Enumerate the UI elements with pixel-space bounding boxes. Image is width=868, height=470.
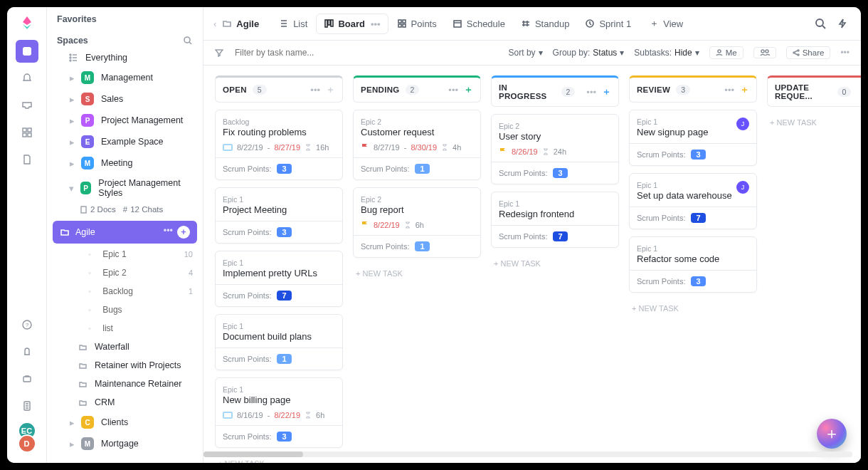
- share-button[interactable]: Share: [786, 46, 831, 59]
- docs-pill[interactable]: 2 Docs: [80, 205, 116, 214]
- task-card[interactable]: Epic 1 New billing page 8/16/19-8/22/196…: [215, 377, 343, 448]
- rail-help-icon[interactable]: ?: [16, 313, 38, 336]
- new-task-button[interactable]: + NEW TASK: [353, 265, 481, 282]
- lane-count: 0: [837, 87, 852, 97]
- folder-item[interactable]: Waterfall: [47, 338, 203, 356]
- chats-pill[interactable]: #12 Chats: [123, 205, 163, 214]
- filter-icon[interactable]: [215, 48, 223, 57]
- list-item[interactable]: ◦ Backlog 1: [47, 282, 203, 301]
- more-icon[interactable]: •••: [586, 87, 596, 98]
- fab-new-task[interactable]: ＋: [817, 419, 847, 449]
- assignee-avatar[interactable]: J: [736, 181, 749, 194]
- add-space[interactable]: ＋ Add Space: [47, 454, 203, 463]
- rail-avatars[interactable]: EC D: [18, 422, 36, 453]
- add-card-icon[interactable]: ＋: [464, 83, 473, 96]
- search-icon[interactable]: [811, 14, 830, 33]
- add-card-icon[interactable]: ＋: [740, 83, 749, 96]
- avatar[interactable]: D: [18, 434, 36, 453]
- rail-tasks-icon[interactable]: [16, 40, 38, 63]
- me-filter[interactable]: Me: [709, 46, 743, 59]
- group-by[interactable]: Group by: Status ▾: [553, 48, 625, 58]
- space-item[interactable]: ▸ C Clients: [47, 412, 203, 433]
- collapse-sidebar-icon[interactable]: ‹: [213, 19, 216, 29]
- more-icon[interactable]: •••: [840, 48, 850, 58]
- rail-inbox-icon[interactable]: [16, 94, 38, 117]
- folder-item[interactable]: Retainer with Projects: [47, 356, 203, 375]
- view-tab-list[interactable]: List: [272, 14, 314, 33]
- lane-header[interactable]: OPEN 5 ••• ＋: [215, 75, 343, 103]
- space-item[interactable]: ▸ M Meeting: [47, 152, 203, 174]
- scrum-points-badge: 1: [277, 354, 291, 364]
- view-tab-standup[interactable]: Standup: [514, 14, 576, 33]
- list-item[interactable]: ◦ list: [47, 319, 203, 338]
- more-icon[interactable]: •••: [310, 85, 320, 95]
- breadcrumb[interactable]: Agile: [222, 19, 259, 29]
- lane-open: OPEN 5 ••• ＋ Backlog Fix routing problem…: [215, 75, 343, 463]
- task-card[interactable]: Epic 2 Customer request 8/27/19-8/30/194…: [353, 110, 481, 180]
- list-item[interactable]: ◦ Epic 1 10: [47, 245, 203, 263]
- space-pms[interactable]: ▾ P Project Management Styles: [47, 174, 203, 202]
- bolt-icon[interactable]: [834, 15, 851, 32]
- subtasks-toggle[interactable]: Subtasks: Hide ▾: [634, 48, 699, 58]
- list-item[interactable]: ◦ Bugs: [47, 301, 203, 319]
- sort-by[interactable]: Sort by ▾: [509, 48, 543, 58]
- view-tab-schedule[interactable]: Schedule: [445, 14, 512, 33]
- task-card[interactable]: Epic 1 Document build plans Scrum Points…: [215, 314, 343, 370]
- rail-dashboards-icon[interactable]: [16, 121, 38, 144]
- task-card[interactable]: Epic 1 Implement pretty URLs Scrum Point…: [215, 251, 343, 307]
- rail-notepad-icon[interactable]: [16, 395, 38, 417]
- add-view[interactable]: ＋ View: [642, 13, 690, 34]
- new-task-button[interactable]: + NEW TASK: [767, 114, 861, 131]
- space-item[interactable]: ▸ P Project Management: [47, 110, 203, 131]
- lane-header[interactable]: IN PROGRESS 2 ••• ＋: [491, 75, 619, 107]
- task-card[interactable]: Epic 2 Bug report 8/22/196h Scrum Points…: [353, 187, 481, 258]
- app-logo[interactable]: [17, 13, 37, 33]
- assignee-filter[interactable]: [753, 47, 776, 58]
- task-card[interactable]: Epic 1 New signup page J Scrum Points: 3: [629, 110, 757, 166]
- lane-header[interactable]: UPDATE REQUE... 0 ••• ＋: [767, 75, 861, 107]
- folder-item[interactable]: Maintenance Retainer: [47, 375, 203, 393]
- task-card[interactable]: Epic 1 Refactor some code Scrum Points: …: [629, 236, 757, 293]
- task-card[interactable]: Backlog Fix routing problems 8/22/19-8/2…: [215, 110, 343, 180]
- lane-review: REVIEW 3 ••• ＋ Epic 1 New signup page J: [629, 75, 757, 463]
- task-card[interactable]: Epic 1 Project Meeting Scrum Points: 3: [215, 187, 343, 244]
- rail-work-icon[interactable]: [16, 367, 38, 390]
- view-tab-sprint 1[interactable]: Sprint 1: [578, 14, 638, 33]
- filter-input[interactable]: [233, 47, 347, 58]
- more-icon[interactable]: •••: [164, 226, 173, 239]
- folder-item[interactable]: CRM: [47, 393, 203, 412]
- horizontal-scrollbar[interactable]: [203, 451, 852, 457]
- lane-header[interactable]: PENDING 2 ••• ＋: [353, 75, 481, 103]
- assignee-avatar[interactable]: J: [736, 118, 749, 130]
- space-item[interactable]: ▸ S Sales: [47, 88, 203, 110]
- rail-docs-icon[interactable]: [16, 148, 38, 171]
- view-tab-board[interactable]: Board •••: [316, 14, 388, 34]
- lane-name: OPEN: [223, 85, 247, 94]
- new-task-button[interactable]: + NEW TASK: [629, 300, 757, 317]
- list-item[interactable]: ◦ Epic 2 4: [47, 263, 203, 282]
- space-item[interactable]: ▸ M Management: [47, 67, 203, 88]
- space-item[interactable]: ▸ E Example Space: [47, 131, 203, 152]
- task-card[interactable]: Epic 1 Set up data warehouse J Scrum Poi…: [629, 173, 757, 229]
- scrum-points-row: Scrum Points: 7: [492, 225, 618, 241]
- task-card[interactable]: Epic 1 Redesign frontend Scrum Points: 7: [491, 192, 619, 248]
- active-list-agile[interactable]: Agile ••• +: [53, 221, 197, 244]
- add-card-icon[interactable]: ＋: [602, 85, 611, 98]
- new-task-button[interactable]: + NEW TASK: [491, 255, 619, 272]
- more-icon[interactable]: •••: [448, 85, 458, 95]
- more-icon[interactable]: •••: [724, 85, 734, 95]
- space-item[interactable]: ▸ M Mortgage: [47, 433, 203, 454]
- view-tab-points[interactable]: Points: [390, 14, 444, 33]
- more-icon[interactable]: •••: [371, 19, 381, 29]
- rail-goals-icon[interactable]: [16, 340, 38, 363]
- lane-header[interactable]: REVIEW 3 ••• ＋: [629, 75, 757, 103]
- everything-item[interactable]: Everything: [47, 48, 203, 67]
- task-card[interactable]: Epic 2 User story 8/26/1924h Scrum Point…: [491, 114, 619, 184]
- view-tabs: List Board ••• Points Schedule Standup S…: [272, 14, 638, 34]
- favorites-header[interactable]: Favorites: [47, 7, 203, 28]
- add-icon[interactable]: +: [177, 226, 190, 239]
- add-card-icon[interactable]: ＋: [326, 83, 335, 96]
- rail-notifications-icon[interactable]: [16, 67, 38, 90]
- search-icon[interactable]: [183, 36, 193, 46]
- space-stats: 2 Docs #12 Chats: [47, 202, 203, 219]
